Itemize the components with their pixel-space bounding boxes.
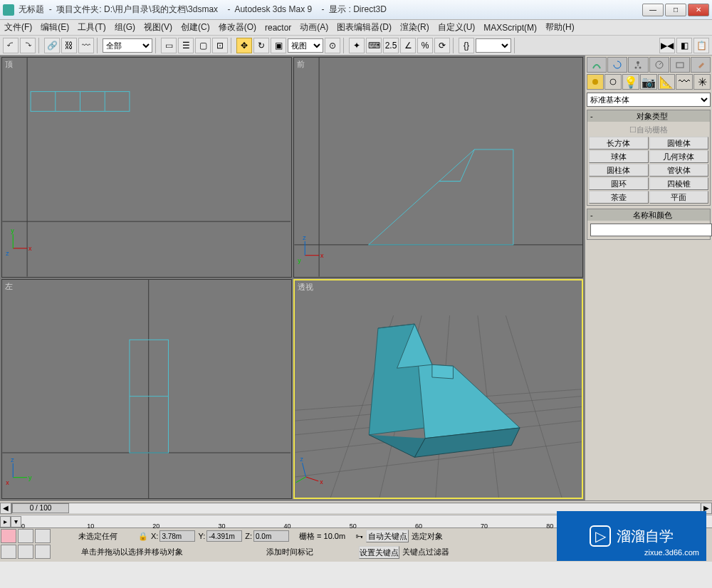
rollout-header[interactable]: -名称和颜色 bbox=[587, 209, 710, 221]
subtab-helpers[interactable]: 📐 bbox=[658, 74, 675, 90]
trackbar-filter-button[interactable]: ▾ bbox=[11, 516, 21, 527]
prim-geosphere-button[interactable]: 几何球体 bbox=[649, 150, 709, 163]
coord-z-input[interactable] bbox=[253, 530, 289, 542]
bind-spacewarp-button[interactable]: 〰 bbox=[78, 38, 94, 53]
viewport-perspective[interactable]: 透视 bbox=[293, 279, 584, 500]
prim-tube-button[interactable]: 管状体 bbox=[649, 164, 709, 177]
selection-filter-dropdown[interactable]: 全部 bbox=[103, 38, 152, 53]
close-button[interactable]: ✕ bbox=[688, 4, 709, 16]
menu-group[interactable]: 组(G) bbox=[115, 21, 135, 33]
tab-display[interactable] bbox=[670, 57, 690, 73]
subtab-systems[interactable]: ✳ bbox=[693, 74, 711, 90]
setkey-button[interactable]: 设置关键点 bbox=[359, 546, 399, 559]
minimize-button[interactable]: — bbox=[642, 4, 664, 16]
menu-create[interactable]: 创建(C) bbox=[181, 21, 210, 33]
prompt-toggle-button[interactable] bbox=[18, 529, 33, 543]
autogrid-checkbox[interactable]: ☐ 自动栅格 bbox=[589, 123, 708, 137]
viewport-front[interactable]: 前 x z y bbox=[293, 57, 584, 278]
trackbar-toggle-button[interactable]: ▸ bbox=[0, 516, 11, 527]
add-time-tag-label[interactable]: 添加时间标记 bbox=[266, 547, 313, 557]
tab-motion[interactable] bbox=[649, 57, 669, 73]
window-crossing-button[interactable]: ⊡ bbox=[212, 38, 228, 53]
menu-modifiers[interactable]: 修改器(O) bbox=[219, 21, 256, 33]
tab-modify[interactable] bbox=[607, 57, 627, 73]
key-filter-button[interactable]: 关键点过滤器 bbox=[402, 547, 449, 557]
keyboard-shortcut-override-button[interactable]: ⌨ bbox=[366, 38, 382, 53]
prim-teapot-button[interactable]: 茶壶 bbox=[589, 191, 649, 204]
menu-graph[interactable]: 图表编辑器(D) bbox=[337, 21, 392, 33]
prim-box-button[interactable]: 长方体 bbox=[589, 137, 649, 149]
maximize-button[interactable]: □ bbox=[665, 4, 686, 16]
subtab-spacewarps[interactable]: 〰 bbox=[676, 74, 693, 90]
menu-edit[interactable]: 编辑(E) bbox=[41, 21, 69, 33]
select-by-name-button[interactable]: ☰ bbox=[178, 38, 194, 53]
menu-animation[interactable]: 动画(A) bbox=[300, 21, 328, 33]
select-region-rect-button[interactable]: ▢ bbox=[195, 38, 211, 53]
lock-icon[interactable]: 🔒 bbox=[138, 532, 148, 541]
menu-customize[interactable]: 自定义(U) bbox=[438, 21, 476, 33]
use-pivot-center-button[interactable]: ⊙ bbox=[325, 38, 340, 53]
tab-create[interactable] bbox=[587, 57, 607, 73]
prim-cylinder-button[interactable]: 圆柱体 bbox=[589, 164, 649, 177]
select-and-rotate-button[interactable]: ↻ bbox=[253, 38, 269, 53]
prim-plane-button[interactable]: 平面 bbox=[649, 191, 709, 204]
tab-utilities[interactable] bbox=[691, 57, 711, 73]
menu-help[interactable]: 帮助(H) bbox=[545, 21, 575, 33]
coord-x-input[interactable] bbox=[159, 530, 195, 542]
maxscript-mini-listener-button[interactable] bbox=[1, 529, 16, 543]
isolate-button[interactable] bbox=[35, 529, 51, 543]
timeslider-handle[interactable]: 0 / 100 bbox=[12, 503, 69, 513]
percent-snap-button[interactable]: % bbox=[417, 38, 433, 53]
menu-file[interactable]: 文件(F) bbox=[4, 21, 32, 33]
viewport-left[interactable]: 左 y z x bbox=[1, 279, 292, 500]
menu-views[interactable]: 视图(V) bbox=[144, 21, 172, 33]
menu-tools[interactable]: 工具(T) bbox=[78, 21, 105, 33]
svg-text:z: z bbox=[300, 456, 303, 463]
coord-y-input[interactable] bbox=[206, 530, 242, 542]
tab-hierarchy[interactable] bbox=[628, 57, 648, 73]
menu-maxscript[interactable]: MAXScript(M) bbox=[483, 23, 537, 33]
spinner-snap-button[interactable]: ⟳ bbox=[434, 38, 450, 53]
timeline-tick: 50 bbox=[350, 523, 357, 530]
menu-rendering[interactable]: 渲染(R) bbox=[400, 21, 429, 33]
reference-coord-dropdown[interactable]: 视图 bbox=[288, 38, 323, 53]
link-button[interactable]: 🔗 bbox=[44, 38, 60, 53]
viewport-top[interactable]: 顶 x y z bbox=[1, 57, 292, 278]
subtab-cameras[interactable]: 📷 bbox=[640, 74, 657, 90]
angle-snap-button[interactable]: ∠ bbox=[400, 38, 416, 53]
named-selection-dropdown[interactable] bbox=[476, 38, 511, 53]
object-name-input[interactable] bbox=[590, 224, 712, 236]
prim-sphere-button[interactable]: 球体 bbox=[589, 150, 649, 163]
key-icon[interactable]: 🗝 bbox=[355, 532, 363, 540]
undo-button[interactable] bbox=[3, 38, 19, 53]
rollout-header[interactable]: -对象类型 bbox=[587, 110, 710, 122]
select-and-scale-button[interactable]: ▣ bbox=[271, 38, 286, 53]
snap-toggle-button[interactable]: 2.5 bbox=[383, 38, 399, 53]
svg-text:z: z bbox=[6, 250, 9, 257]
lock-selection-button[interactable] bbox=[1, 545, 16, 559]
subtab-lights[interactable]: 💡 bbox=[622, 74, 639, 90]
subtab-geometry[interactable] bbox=[587, 74, 604, 90]
mirror-button[interactable]: ▶◀ bbox=[659, 38, 675, 53]
layer-manager-button[interactable]: 📋 bbox=[693, 38, 709, 53]
select-object-button[interactable]: ▭ bbox=[161, 38, 177, 53]
select-and-move-button[interactable]: ✥ bbox=[236, 38, 252, 53]
redo-button[interactable] bbox=[20, 38, 36, 53]
menu-reactor[interactable]: reactor bbox=[265, 23, 291, 33]
subtab-shapes[interactable] bbox=[604, 74, 622, 90]
unlink-button[interactable]: ⛓ bbox=[61, 38, 77, 53]
snap-settings-button[interactable] bbox=[35, 545, 51, 559]
svg-text:x: x bbox=[6, 478, 9, 485]
timeslider-prev-button[interactable]: ◀ bbox=[0, 503, 11, 514]
comm-center-button[interactable] bbox=[18, 545, 33, 559]
autokey-button[interactable]: 自动关键点 bbox=[366, 530, 409, 542]
select-and-manipulate-button[interactable]: ✦ bbox=[349, 38, 365, 53]
svg-text:x: x bbox=[28, 245, 32, 252]
prim-pyramid-button[interactable]: 四棱锥 bbox=[649, 177, 709, 190]
prim-cone-button[interactable]: 圆锥体 bbox=[649, 137, 709, 149]
viewport-label: 左 bbox=[5, 281, 13, 292]
primitive-type-dropdown[interactable]: 标准基本体 bbox=[587, 93, 711, 107]
prim-torus-button[interactable]: 圆环 bbox=[589, 177, 649, 190]
edit-named-selection-button[interactable]: {} bbox=[459, 38, 474, 53]
align-button[interactable]: ◧ bbox=[676, 38, 692, 53]
